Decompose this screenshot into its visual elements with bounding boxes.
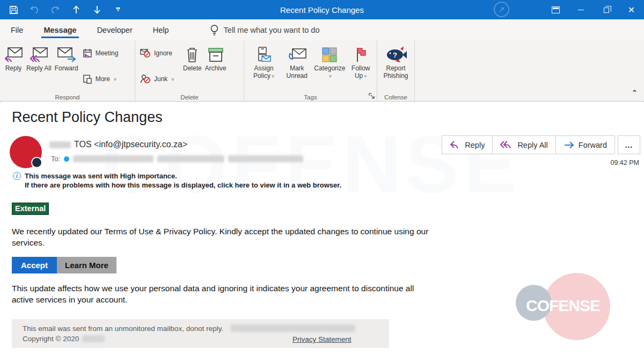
restore-button[interactable] xyxy=(594,0,619,19)
delete-icon xyxy=(185,45,199,64)
reply-all-action-button[interactable]: Reply All xyxy=(493,136,555,154)
chevron-down-icon xyxy=(113,75,116,83)
reply-action-button[interactable]: Reply xyxy=(442,136,493,154)
junk-label: Junk xyxy=(154,75,167,83)
reply-all-icon xyxy=(29,45,48,64)
redo-icon xyxy=(50,5,60,15)
archive-button[interactable]: Archive xyxy=(205,44,226,72)
group-label-respond: Respond xyxy=(0,94,135,100)
group-label-tags: Tags xyxy=(244,94,377,100)
accept-button[interactable]: Accept xyxy=(12,257,57,273)
ribbon-group-delete: Ignore Junk Delete Archive Delete xyxy=(135,40,244,101)
group-label-delete: Delete xyxy=(135,94,244,100)
reply-button[interactable]: Reply xyxy=(4,44,23,72)
ribbon: Reply Reply All Forward Meeting xyxy=(0,40,644,102)
forward-action-button[interactable]: Forward xyxy=(556,136,614,154)
cofense-logo-text: COFENSE xyxy=(514,297,612,315)
presence-dot-icon xyxy=(64,156,69,162)
ribbon-tab-row: File Message Developer Help Tell me what… xyxy=(0,19,644,40)
ignore-icon xyxy=(140,48,151,59)
tell-me-label: Tell me what you want to do xyxy=(224,26,320,34)
collapse-ribbon-icon[interactable]: ⌃ xyxy=(632,89,638,97)
ribbon-display-options-button[interactable] xyxy=(543,0,568,19)
report-phishing-label: Report Phishing xyxy=(381,64,411,80)
phishing-fish-icon: ? xyxy=(384,45,408,64)
watermark-arrow-icon: ↗ xyxy=(494,2,509,17)
ribbon-group-respond: Reply Reply All Forward Meeting xyxy=(0,40,135,101)
categorize-button[interactable]: Categorize xyxy=(314,44,345,80)
cta-buttons: Accept Learn More xyxy=(12,257,116,273)
chevron-down-icon xyxy=(270,72,274,80)
footer-unmonitored-text: This email was sent from an unmonitored … xyxy=(23,325,223,333)
reading-pane: COFENSE Recent Policy Changes TOS <info@… xyxy=(0,102,644,360)
follow-up-label: Follow Up xyxy=(348,64,373,80)
ribbon-group-tags: Assign Policy Mark Unread Categorize Fol… xyxy=(244,40,377,101)
quick-access-toolbar xyxy=(0,5,123,15)
junk-icon xyxy=(140,74,151,84)
tab-message[interactable]: Message xyxy=(42,21,77,39)
delete-button[interactable]: Delete xyxy=(183,44,202,72)
tell-me-search[interactable]: Tell me what you want to do xyxy=(210,24,320,36)
archive-label: Archive xyxy=(205,64,226,72)
redacted-sender-name xyxy=(49,141,71,148)
privacy-statement-link[interactable]: Privacy Statement xyxy=(292,335,352,343)
mark-unread-button[interactable]: Mark Unread xyxy=(283,44,311,80)
move-up-icon[interactable] xyxy=(71,5,81,15)
customize-quick-access-icon[interactable] xyxy=(113,5,123,15)
follow-up-button[interactable]: Follow Up xyxy=(348,44,373,80)
body-paragraph-1: We recently updated our Terms of Use & P… xyxy=(12,226,433,248)
tab-developer[interactable]: Developer xyxy=(96,21,134,39)
minimize-button[interactable] xyxy=(568,0,594,19)
mark-unread-icon xyxy=(287,45,307,64)
chevron-down-icon xyxy=(328,72,332,80)
mark-unread-label: Mark Unread xyxy=(283,64,311,80)
delete-label: Delete xyxy=(183,64,202,72)
more-respond-icon xyxy=(82,74,93,84)
chevron-down-icon xyxy=(363,72,367,80)
assign-policy-label: Assign Policy xyxy=(248,64,280,80)
meeting-icon xyxy=(82,48,93,59)
redacted-recipient xyxy=(228,155,303,162)
message-timestamp: 09:42 PM xyxy=(610,159,639,167)
meeting-button[interactable]: Meeting xyxy=(82,47,119,60)
forward-button[interactable]: Forward xyxy=(55,44,78,72)
reply-icon xyxy=(450,141,460,149)
to-label: To: xyxy=(51,155,60,163)
cofense-background-watermark: COFENSE xyxy=(102,118,521,211)
reply-all-button[interactable]: Reply All xyxy=(26,44,52,72)
undo-icon xyxy=(30,5,39,15)
reply-label: Reply xyxy=(5,64,22,72)
assign-policy-button[interactable]: Assign Policy xyxy=(248,44,280,80)
report-phishing-button[interactable]: ? Report Phishing xyxy=(381,44,411,80)
window-controls: ✕ xyxy=(543,0,644,19)
assign-policy-icon xyxy=(256,45,272,64)
sender-row: TOS <info@jtpsecurity.co.za> xyxy=(49,140,187,149)
more-respond-button[interactable]: More xyxy=(82,73,119,85)
reply-all-label: Reply All xyxy=(26,64,52,72)
recipient-row: To: xyxy=(51,155,303,163)
save-icon[interactable] xyxy=(9,5,18,15)
message-subject: Recent Policy Changes xyxy=(12,109,163,126)
ignore-button[interactable]: Ignore xyxy=(140,47,181,60)
tab-help[interactable]: Help xyxy=(152,21,170,39)
learn-more-button[interactable]: Learn More xyxy=(57,257,116,273)
title-bar: Recent Policy Changes ↗ ✕ xyxy=(0,0,644,19)
redacted-company-name xyxy=(82,335,105,342)
categorize-icon xyxy=(321,45,338,64)
sender-address[interactable]: TOS <info@jtpsecurity.co.za> xyxy=(74,140,187,149)
more-actions-button[interactable]: … xyxy=(618,135,640,154)
junk-button[interactable]: Junk xyxy=(140,73,181,85)
tab-file[interactable]: File xyxy=(10,21,24,39)
lightbulb-icon xyxy=(210,24,219,36)
email-footer: This email was sent from an unmonitored … xyxy=(12,319,389,348)
more-respond-label: More xyxy=(96,75,110,83)
redacted-footer-logo xyxy=(231,325,355,332)
archive-icon xyxy=(207,45,225,64)
body-paragraph-2: This update affects how we use your pers… xyxy=(12,283,433,305)
footer-copyright: Copyright © 2020 xyxy=(23,335,105,343)
high-importance-notice: This message was sent with High importan… xyxy=(25,171,341,181)
close-button[interactable]: ✕ xyxy=(619,0,644,19)
view-in-browser-notice[interactable]: If there are problems with how this mess… xyxy=(25,181,341,190)
forward-label: Forward xyxy=(55,64,78,72)
move-down-icon[interactable] xyxy=(92,5,102,15)
